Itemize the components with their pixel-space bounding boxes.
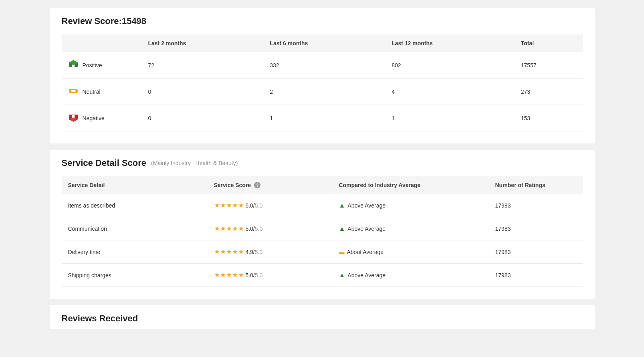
- last2-value: 0: [142, 105, 264, 131]
- table-row: Neutral 0 2 4 273: [62, 79, 583, 105]
- page-wrapper: Review Score:15498 Last 2 months Last 6 …: [42, 0, 603, 344]
- review-type-label: Neutral: [83, 89, 101, 95]
- service-score-cell: ★★★★★ 5.0/5.0: [208, 217, 333, 240]
- star-filled: ★: [214, 202, 220, 209]
- reviews-received-card: Reviews Received: [50, 305, 595, 329]
- star-filled: ★: [214, 271, 220, 279]
- service-detail-subtitle: (Mainly Industry : Health & Beauty): [151, 160, 238, 166]
- star-filled: ★: [220, 225, 226, 232]
- comparison-cell: ▲ Above Average: [339, 272, 482, 279]
- above-avg-icon: ▲: [339, 202, 345, 209]
- star-filled: ★: [238, 271, 244, 279]
- above-avg-icon: ▲: [339, 225, 345, 232]
- col-total-header: Total: [515, 34, 583, 52]
- star-filled: ★: [220, 202, 226, 209]
- svg-rect-8: [72, 115, 75, 118]
- section-header: Service Detail Score (Mainly Industry : …: [62, 158, 583, 168]
- service-detail-header-row: Service Detail Service Score ? Compared …: [62, 176, 583, 194]
- negative-icon: [68, 112, 79, 124]
- comparison-label: About Average: [347, 249, 384, 255]
- stars-container: ★★★★★: [214, 272, 244, 278]
- neutral-avg-icon: ▬: [339, 249, 345, 255]
- comparison-td: ▲ Above Average: [333, 217, 489, 240]
- svg-rect-5: [71, 90, 76, 92]
- score-value: 5.0/: [245, 226, 254, 232]
- service-score-cell: ★★★★★ 4.9/5.0: [208, 240, 333, 264]
- review-type-cell: Positive: [62, 52, 142, 79]
- star-filled: ★: [232, 225, 238, 232]
- star-filled: ★: [226, 271, 232, 279]
- review-score-label: Review Score:: [62, 16, 122, 26]
- star-filled: ★: [214, 225, 220, 232]
- comparison-label: Above Average: [347, 272, 386, 278]
- review-score-card: Review Score:15498 Last 2 months Last 6 …: [50, 8, 595, 143]
- review-score-title: Review Score:15498: [62, 16, 583, 26]
- total-value: 153: [515, 105, 583, 131]
- table-row: Negative 0 1 1 153: [62, 105, 583, 131]
- col-service-detail-header: Service Detail: [62, 176, 208, 194]
- star-filled: ★: [232, 248, 238, 256]
- above-avg-icon: ▲: [339, 272, 345, 279]
- table-row: Delivery time ★★★★★ 4.9/5.0 ▬ About Aver…: [62, 240, 583, 264]
- stars-container: ★★★★★: [214, 226, 244, 232]
- comparison-cell: ▬ About Average: [339, 249, 482, 255]
- neutral-icon: [68, 86, 79, 97]
- col-compared-header: Compared to Industry Average: [333, 176, 489, 194]
- score-value: 5.0/: [245, 202, 254, 209]
- num-ratings-value: 17983: [489, 240, 583, 264]
- last6-value: 2: [263, 79, 385, 105]
- col-last6-header: Last 6 months: [263, 34, 385, 52]
- table-row: Positive 72 332 802 17557: [62, 52, 583, 79]
- score-denom: 5.0: [255, 202, 262, 209]
- review-type-cell: Negative: [62, 105, 142, 131]
- service-score-help-icon[interactable]: ?: [254, 182, 260, 188]
- num-ratings-value: 17983: [489, 264, 583, 287]
- star-filled: ★: [238, 225, 244, 232]
- total-value: 273: [515, 79, 583, 105]
- service-detail-label: Communication: [62, 217, 208, 240]
- star-filled: ★: [232, 271, 238, 279]
- table-row: Communication ★★★★★ 5.0/5.0 ▲ Above Aver…: [62, 217, 583, 240]
- stars-container: ★★★★★: [214, 202, 244, 209]
- review-type-label: Positive: [83, 62, 102, 69]
- col-last2-header: Last 2 months: [142, 34, 264, 52]
- score-denom: 5.0: [255, 226, 262, 232]
- comparison-label: Above Average: [347, 226, 386, 232]
- positive-icon: [68, 59, 79, 71]
- col-num-ratings-header: Number of Ratings: [489, 176, 583, 194]
- review-type-label: Negative: [83, 115, 105, 121]
- comparison-label: Above Average: [347, 202, 386, 209]
- score-denom: 5.0: [255, 272, 262, 278]
- last12-value: 4: [385, 79, 514, 105]
- star-filled: ★: [220, 248, 226, 256]
- col-type-header: [62, 34, 142, 52]
- stars-container: ★★★★★: [214, 249, 244, 255]
- star-filled: ★: [232, 202, 238, 209]
- review-score-value: 15498: [122, 16, 146, 26]
- score-value: 5.0/: [245, 272, 254, 278]
- last2-value: 72: [142, 52, 264, 79]
- star-filled: ★: [226, 202, 232, 209]
- service-score-header-container: Service Score ?: [214, 182, 326, 188]
- service-score-label: Service Score: [214, 182, 251, 188]
- last6-value: 332: [263, 52, 385, 79]
- service-score-cell: ★★★★★ 5.0/5.0: [208, 264, 333, 287]
- col-service-score-header: Service Score ?: [208, 176, 333, 194]
- service-detail-score-card: Service Detail Score (Mainly Industry : …: [50, 150, 595, 299]
- review-type-cell: Neutral: [62, 79, 142, 105]
- table-row: Shipping charges ★★★★★ 5.0/5.0 ▲ Above A…: [62, 264, 583, 287]
- last12-value: 802: [385, 52, 514, 79]
- num-ratings-value: 17983: [489, 194, 583, 217]
- service-detail-title: Service Detail Score: [62, 158, 147, 168]
- last12-value: 1: [385, 105, 514, 131]
- last2-value: 0: [142, 79, 264, 105]
- review-score-header-row: Last 2 months Last 6 months Last 12 mont…: [62, 34, 583, 52]
- service-score-cell: ★★★★★ 5.0/5.0: [208, 194, 333, 217]
- total-value: 17557: [515, 52, 583, 79]
- score-value: 4.9/: [245, 249, 254, 255]
- table-row: Items as described ★★★★★ 5.0/5.0 ▲ Above…: [62, 194, 583, 217]
- comparison-cell: ▲ Above Average: [339, 202, 482, 209]
- star-filled: ★: [238, 202, 244, 209]
- star-filled: ★: [226, 248, 232, 256]
- star-filled: ★: [214, 248, 220, 256]
